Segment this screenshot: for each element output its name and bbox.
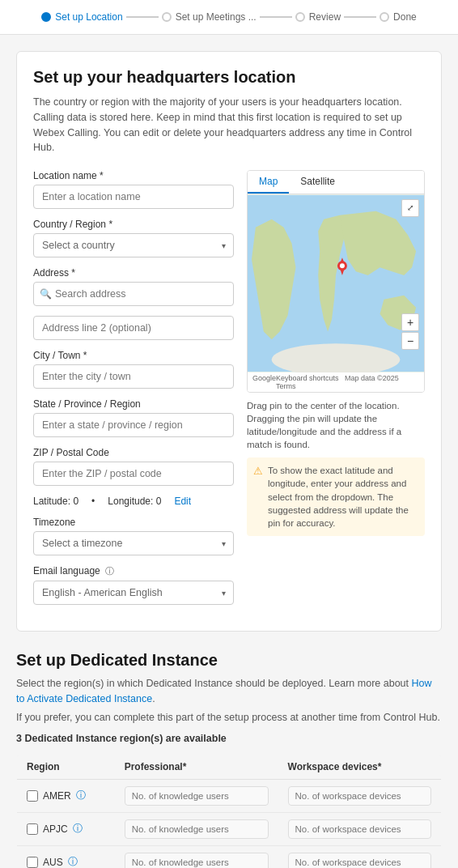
map-right: Map Satellite xyxy=(247,170,425,615)
edit-link[interactable]: Edit xyxy=(174,496,191,507)
timezone-group: Timezone Select a timezone ▾ xyxy=(33,517,234,555)
region-checkbox-AUS[interactable] xyxy=(27,857,38,868)
workspace-input-AUS xyxy=(288,853,431,869)
table-header: Region Professional* Workspace devices* xyxy=(17,754,442,779)
form-map-container: Location name * Country / Region * Selec… xyxy=(33,170,425,615)
regions-table: Region Professional* Workspace devices* … xyxy=(16,754,442,869)
country-group: Country / Region * Select a country ▾ xyxy=(33,219,234,257)
professional-input-AUS xyxy=(125,853,269,869)
state-group: State / Province / Region xyxy=(33,398,234,437)
country-select[interactable]: Select a country xyxy=(33,233,234,257)
col-header-region: Region xyxy=(17,754,115,779)
professional-cell-AMER xyxy=(115,779,278,812)
progress-line-2 xyxy=(260,16,292,18)
region-name-AMER: AMER xyxy=(43,790,71,802)
divider-dot: • xyxy=(91,496,95,507)
region-info-icon-AMER[interactable]: ⓘ xyxy=(76,789,86,802)
region-name-AUS: AUS xyxy=(43,857,63,868)
map-expand-button[interactable]: ⤢ xyxy=(401,199,419,217)
timezone-select[interactable]: Select a timezone xyxy=(33,531,234,555)
city-group: City / Town * xyxy=(33,350,234,389)
dedicated-title: Set up Dedicated Instance xyxy=(16,651,442,670)
zip-group: ZIP / Postal Code xyxy=(33,447,234,486)
svg-point-4 xyxy=(340,263,345,268)
email-language-select-wrapper: English - American English ▾ xyxy=(33,581,234,605)
table-row: AMER ⓘ xyxy=(17,779,442,812)
timezone-label: Timezone xyxy=(33,517,234,528)
address2-input[interactable] xyxy=(33,316,234,340)
state-label: State / Province / Region xyxy=(33,398,234,410)
map-tab-satellite[interactable]: Satellite xyxy=(289,171,346,194)
search-icon: 🔍 xyxy=(40,288,52,300)
location-name-input[interactable] xyxy=(33,185,234,209)
map-controls: ⤢ xyxy=(401,199,419,217)
timezone-select-wrapper: Select a timezone ▾ xyxy=(33,531,234,555)
table-header-row: Region Professional* Workspace devices* xyxy=(17,754,442,779)
region-checkbox-AMER[interactable] xyxy=(27,790,38,802)
progress-step-review: Review xyxy=(295,11,341,23)
headquarters-description: The country or region with the majority … xyxy=(33,95,425,155)
regions-available-label: 3 Dedicated Instance region(s) are avail… xyxy=(16,733,442,744)
workspace-cell-APJC xyxy=(278,812,442,845)
map-container: Map Satellite xyxy=(247,170,425,393)
email-language-group: Email language ⓘ English - American Engl… xyxy=(33,565,234,605)
map-zoom-in-button[interactable]: + xyxy=(401,313,419,331)
workspace-input-AMER xyxy=(288,786,431,806)
warning-triangle-icon: ⚠ xyxy=(253,465,263,477)
table-row: APJC ⓘ xyxy=(17,812,442,845)
col-header-workspace: Workspace devices* xyxy=(278,754,442,779)
warning-text: To show the exact latitude and longitude… xyxy=(268,464,418,529)
location-name-label: Location name * xyxy=(33,170,234,181)
zip-label: ZIP / Postal Code xyxy=(33,447,234,458)
city-input[interactable] xyxy=(33,364,234,389)
headquarters-title: Set up your headquarters location xyxy=(33,68,425,87)
longitude-value: 0 xyxy=(156,496,162,507)
map-footer: Google Keyboard shortcuts Map data ©2025… xyxy=(248,372,424,392)
progress-bar: Set up Location Set up Meetings ... Revi… xyxy=(0,0,458,35)
progress-step-meetings: Set up Meetings ... xyxy=(162,11,257,23)
progress-step-done: Done xyxy=(380,11,417,23)
dedicated-note: If you prefer, you can complete this par… xyxy=(16,712,442,723)
map-google-label: Google xyxy=(252,374,276,390)
lat-lon-row: Latitude: 0 • Longitude: 0 Edit xyxy=(33,496,234,507)
longitude-label: Longitude: 0 xyxy=(108,496,161,507)
region-cell-AMER: AMER ⓘ xyxy=(17,779,115,812)
workspace-input-APJC xyxy=(288,819,431,839)
professional-cell-AUS xyxy=(115,845,278,868)
email-language-info-icon[interactable]: ⓘ xyxy=(105,566,114,576)
region-name-APJC: APJC xyxy=(43,823,68,835)
main-content: Set up your headquarters location The co… xyxy=(0,35,458,868)
latitude-value: 0 xyxy=(73,496,78,507)
zip-input[interactable] xyxy=(33,462,234,486)
map-warning: ⚠ To show the exact latitude and longitu… xyxy=(247,457,425,535)
progress-dot-review xyxy=(295,12,305,22)
progress-line-3 xyxy=(344,16,376,18)
map-zoom-out-button[interactable]: − xyxy=(401,332,419,350)
map-tabs: Map Satellite xyxy=(248,171,424,194)
map-data-label: Keyboard shortcuts Map data ©2025 Terms xyxy=(276,374,419,390)
state-input[interactable] xyxy=(33,413,234,437)
map-description: Drag pin to the center of the location. … xyxy=(247,399,425,451)
country-select-wrapper: Select a country ▾ xyxy=(33,233,234,257)
address-group: Address * 🔍 xyxy=(33,267,234,306)
country-label: Country / Region * xyxy=(33,219,234,230)
map-zoom-controls: + − xyxy=(401,313,419,350)
region-checkbox-APJC[interactable] xyxy=(27,823,38,835)
professional-cell-APJC xyxy=(115,812,278,845)
address-search-input[interactable] xyxy=(33,282,234,306)
dedicated-description: Select the region(s) in which Dedicated … xyxy=(16,676,442,707)
map-svg xyxy=(248,194,424,372)
headquarters-section: Set up your headquarters location The co… xyxy=(16,51,442,632)
email-language-select[interactable]: English - American English xyxy=(33,581,234,605)
progress-dot-done xyxy=(380,12,389,22)
map-tab-map[interactable]: Map xyxy=(248,171,289,194)
region-cell-AUS: AUS ⓘ xyxy=(17,845,115,868)
region-cell-APJC: APJC ⓘ xyxy=(17,812,115,845)
progress-step-location: Set up Location xyxy=(41,11,122,23)
location-name-group: Location name * xyxy=(33,170,234,209)
map-visual[interactable]: ⤢ + − xyxy=(248,194,424,372)
region-info-icon-APJC[interactable]: ⓘ xyxy=(73,822,83,836)
region-info-icon-AUS[interactable]: ⓘ xyxy=(68,855,78,868)
progress-dot-location xyxy=(41,12,51,22)
address-label: Address * xyxy=(33,267,234,279)
